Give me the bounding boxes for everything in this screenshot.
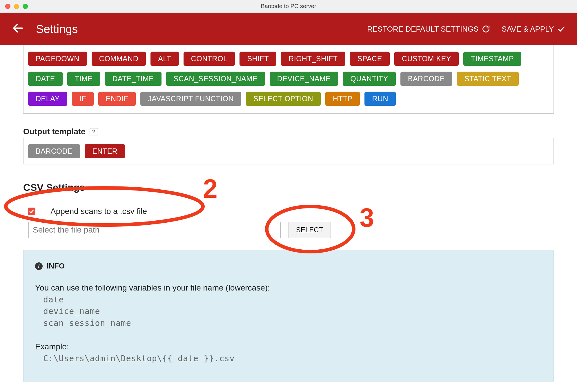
svg-point-2 — [267, 206, 354, 252]
svg-point-1 — [6, 188, 203, 225]
annotation-overlay — [0, 0, 577, 392]
